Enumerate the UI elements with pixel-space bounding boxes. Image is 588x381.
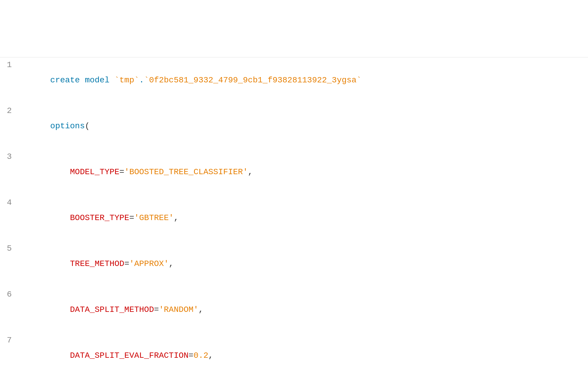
keyword-options: options — [50, 122, 85, 131]
line-content-5: TREE_METHOD='APPROX', — [18, 241, 588, 287]
code-line-4: 4 BOOSTER_TYPE='GBTREE', — [0, 195, 588, 241]
param-data-split-eval: DATA_SPLIT_EVAL_FRACTION — [50, 351, 188, 360]
val-booster-type: 'GBTREE' — [134, 213, 173, 222]
line-number-5: 5 — [0, 241, 18, 256]
line-number-8: 8 — [0, 379, 18, 381]
line-number-2: 2 — [0, 103, 18, 119]
param-data-split-method: DATA_SPLIT_METHOD — [50, 305, 154, 314]
val-model-type: 'BOOSTED_TREE_CLASSIFIER' — [124, 167, 248, 177]
code-line-8: 8 ENABLE_GLOBAL_EXPLAIN=TRUE, --for feat… — [0, 379, 588, 381]
val-data-split-eval: 0.2 — [193, 351, 208, 360]
keyword-create: create model — [50, 76, 114, 85]
val-data-split-method: 'RANDOM' — [159, 305, 198, 314]
code-line-5: 5 TREE_METHOD='APPROX', — [0, 241, 588, 287]
line-number-7: 7 — [0, 333, 18, 348]
db-name: `tmp` — [114, 76, 139, 85]
line-content-7: DATA_SPLIT_EVAL_FRACTION=0.2, — [18, 333, 588, 379]
val-tree-method: 'APPROX' — [129, 259, 169, 268]
line-number-4: 4 — [0, 195, 18, 210]
dot-sep: . — [139, 76, 144, 85]
line-content-1: create model `tmp`.`0f2bc581_9332_4799_9… — [18, 57, 588, 103]
top-whitespace — [0, 0, 588, 57]
open-paren: ( — [85, 122, 90, 131]
code-line-6: 6 DATA_SPLIT_METHOD='RANDOM', — [0, 287, 588, 333]
line-content-8: ENABLE_GLOBAL_EXPLAIN=TRUE, --for featur… — [18, 379, 588, 381]
line-content-3: MODEL_TYPE='BOOSTED_TREE_CLASSIFIER', — [18, 149, 588, 195]
param-booster-type: BOOSTER_TYPE — [50, 213, 129, 222]
code-line-1: 1 create model `tmp`.`0f2bc581_9332_4799… — [0, 57, 588, 103]
code-editor: 1 create model `tmp`.`0f2bc581_9332_4799… — [0, 57, 588, 381]
line-number-1: 1 — [0, 57, 18, 73]
param-tree-method: TREE_METHOD — [50, 259, 124, 268]
code-line-7: 7 DATA_SPLIT_EVAL_FRACTION=0.2, — [0, 333, 588, 379]
line-content-6: DATA_SPLIT_METHOD='RANDOM', — [18, 287, 588, 333]
line-number-6: 6 — [0, 287, 18, 302]
line-content-2: options( — [18, 103, 588, 149]
code-line-3: 3 MODEL_TYPE='BOOSTED_TREE_CLASSIFIER', — [0, 149, 588, 195]
line-content-4: BOOSTER_TYPE='GBTREE', — [18, 195, 588, 241]
line-number-3: 3 — [0, 149, 18, 164]
model-name: `0f2bc581_9332_4799_9cb1_f93828113922_3y… — [144, 76, 361, 85]
param-model-type: MODEL_TYPE — [50, 167, 119, 177]
code-line-2: 2 options( — [0, 103, 588, 149]
